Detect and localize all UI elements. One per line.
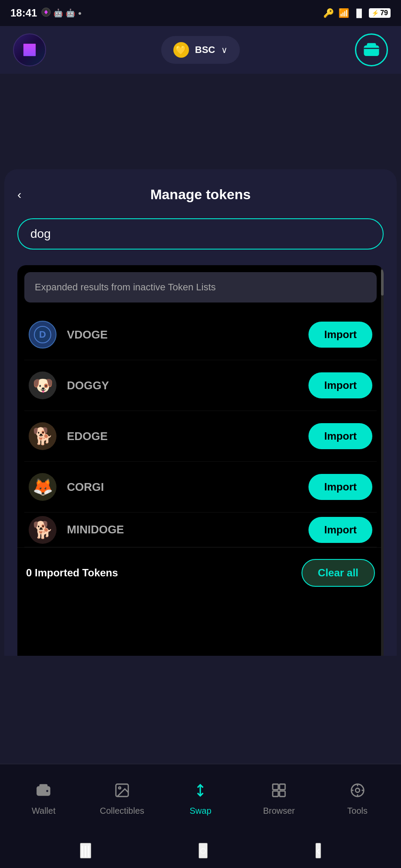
app-logo[interactable] [13, 33, 46, 66]
collectibles-nav-label: Collectibles [100, 806, 144, 816]
wallet-nav-icon [35, 782, 52, 802]
network-selector[interactable]: 💛 BSC ∨ [161, 36, 240, 64]
svg-rect-2 [367, 43, 376, 47]
expanded-results-notice: Expanded results from inactive Token Lis… [24, 272, 377, 302]
search-container[interactable]: dog [17, 218, 384, 250]
doggy-emoji: 🐶 [33, 376, 53, 395]
vdoge-letter: D [34, 326, 51, 343]
android-navigation-bar: ||| ○ ‹ [0, 833, 401, 868]
wallet-icon [362, 41, 381, 59]
app-icon-3: 🤖 [66, 8, 75, 18]
wallet-nav-label: Wallet [32, 806, 56, 816]
edoge-emoji: 🐕 [33, 427, 53, 446]
token-list: D VDOGE Import 🐶 DOGGY Import 🐕 EDOGE Im… [17, 309, 384, 547]
wallet-button[interactable] [355, 33, 388, 66]
token-name-minidoge: MINIDOGE [67, 523, 308, 536]
token-item: 🐕 MINIDOGE Import [24, 513, 377, 547]
home-circle-icon: ○ [199, 844, 207, 858]
token-avatar-corgi: 🦊 [29, 473, 56, 501]
modal-title: Manage tokens [17, 187, 384, 203]
browser-nav-label: Browser [263, 806, 295, 816]
wifi-icon: 📶 [338, 8, 349, 18]
back-button[interactable]: ‹ [17, 188, 21, 202]
token-avatar-edoge: 🐕 [29, 422, 56, 450]
svg-point-12 [355, 788, 360, 792]
manage-tokens-modal: ‹ Manage tokens dog Expanded results fro… [4, 169, 397, 656]
imported-tokens-bar: 0 Imported Tokens Clear all [17, 547, 384, 598]
battery-value: 79 [380, 9, 388, 17]
results-area: Expanded results from inactive Token Lis… [17, 265, 384, 656]
token-avatar-minidoge: 🐕 [29, 516, 56, 544]
android-home-button[interactable]: ○ [199, 843, 208, 858]
token-item: 🐶 DOGGY Import [24, 360, 377, 411]
swap-nav-label: Swap [189, 806, 211, 816]
android-back-icon: ‹ [316, 844, 320, 858]
nav-item-swap[interactable]: Swap [161, 782, 240, 816]
token-name-vdoge: VDOGE [67, 328, 308, 342]
status-left: 18:41 🤖 🤖 ● [10, 7, 82, 19]
search-input[interactable]: dog [30, 227, 371, 241]
svg-rect-7 [273, 784, 278, 789]
status-icons: 🤖 🤖 ● [41, 7, 81, 19]
token-name-edoge: EDOGE [67, 430, 308, 443]
token-item: 🦊 CORGI Import [24, 462, 377, 513]
modal-header: ‹ Manage tokens [17, 187, 384, 203]
bottom-navigation: Wallet Collectibles Swap [0, 764, 401, 833]
browser-nav-icon [271, 782, 287, 802]
svg-point-6 [119, 787, 121, 789]
signal-icon: ▐▌ [354, 9, 365, 18]
token-item: D VDOGE Import [24, 309, 377, 360]
chevron-down-icon: ∨ [221, 45, 228, 55]
import-button-doggy[interactable]: Import [308, 372, 372, 398]
nav-item-tools[interactable]: Tools [318, 782, 397, 816]
svg-rect-4 [40, 784, 48, 787]
battery-indicator: 79 [369, 8, 391, 18]
collectibles-nav-icon [114, 782, 130, 802]
import-button-edoge[interactable]: Import [308, 423, 372, 449]
android-back-button[interactable]: ‹ [315, 843, 321, 858]
scroll-track[interactable] [381, 265, 384, 656]
nav-item-wallet[interactable]: Wallet [4, 782, 83, 816]
background-area [0, 74, 401, 169]
svg-rect-8 [280, 784, 285, 789]
token-avatar-vdoge: D [29, 321, 56, 349]
status-bar: 18:41 🤖 🤖 ● 🔑 📶 ▐▌ 79 [0, 0, 401, 26]
swap-nav-icon [192, 782, 209, 802]
svg-rect-10 [280, 791, 285, 796]
corgi-emoji: 🦊 [33, 477, 53, 496]
import-button-corgi[interactable]: Import [308, 474, 372, 500]
token-name-doggy: DOGGY [67, 379, 308, 392]
clear-all-button[interactable]: Clear all [302, 559, 375, 587]
app-icon-2: 🤖 [53, 8, 63, 18]
token-name-corgi: CORGI [67, 480, 308, 494]
token-avatar-doggy: 🐶 [29, 372, 56, 399]
network-icon: 💛 [173, 42, 189, 58]
logo-diamond [17, 38, 42, 62]
network-name: BSC [195, 44, 215, 56]
import-button-vdoge[interactable]: Import [308, 322, 372, 348]
minidoge-emoji: 🐕 [33, 520, 53, 539]
imported-count: 0 Imported Tokens [26, 567, 118, 579]
token-item: 🐕 EDOGE Import [24, 411, 377, 462]
status-right: 🔑 📶 ▐▌ 79 [323, 8, 391, 18]
app-icon-1 [41, 7, 51, 19]
tools-nav-label: Tools [347, 806, 368, 816]
nav-item-collectibles[interactable]: Collectibles [83, 782, 162, 816]
android-menu-button[interactable]: ||| [80, 843, 91, 858]
svg-rect-9 [273, 791, 278, 796]
menu-lines-icon: ||| [81, 844, 90, 858]
expanded-notice-text: Expanded results from inactive Token Lis… [35, 282, 216, 293]
app-header: 💛 BSC ∨ [0, 26, 401, 74]
dot-icon: ● [78, 10, 81, 16]
key-icon: 🔑 [323, 8, 334, 18]
scroll-thumb [381, 270, 384, 296]
status-time: 18:41 [10, 7, 37, 19]
import-button-minidoge[interactable]: Import [308, 517, 372, 543]
nav-item-browser[interactable]: Browser [240, 782, 318, 816]
tools-nav-icon [349, 782, 366, 802]
